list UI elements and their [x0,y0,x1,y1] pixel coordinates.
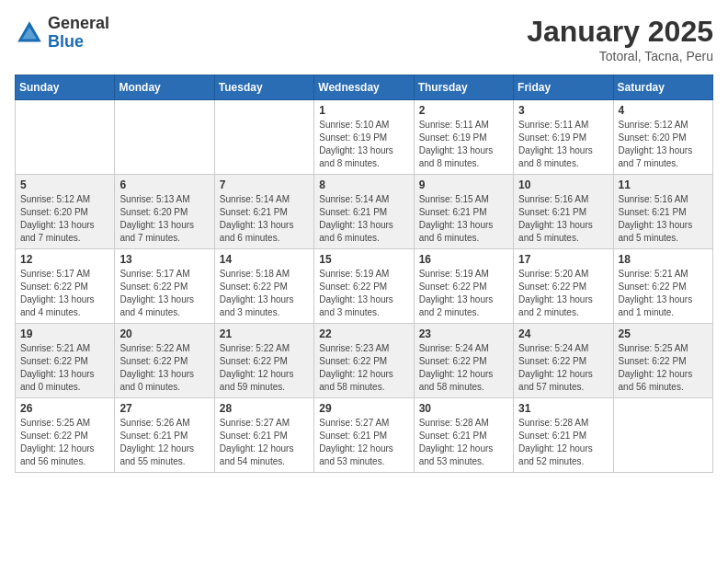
day-info: Sunrise: 5:23 AM Sunset: 6:22 PM Dayligh… [319,342,408,394]
day-info: Sunrise: 5:19 AM Sunset: 6:22 PM Dayligh… [319,268,408,319]
day-info: Sunrise: 5:19 AM Sunset: 6:22 PM Dayligh… [419,268,508,319]
day-of-week-header: Friday [514,75,613,100]
day-info: Sunrise: 5:11 AM Sunset: 6:19 PM Dayligh… [419,119,508,170]
calendar-day-cell [613,398,712,473]
calendar-week-row: 1Sunrise: 5:10 AM Sunset: 6:19 PM Daylig… [16,100,713,175]
calendar-day-cell: 11Sunrise: 5:16 AM Sunset: 6:21 PM Dayli… [613,175,712,249]
calendar-day-cell: 15Sunrise: 5:19 AM Sunset: 6:22 PM Dayli… [314,249,414,324]
calendar-day-cell: 22Sunrise: 5:23 AM Sunset: 6:22 PM Dayli… [314,324,414,398]
calendar-day-cell: 27Sunrise: 5:26 AM Sunset: 6:21 PM Dayli… [115,398,214,473]
day-number: 26 [20,402,109,415]
day-info: Sunrise: 5:27 AM Sunset: 6:21 PM Dayligh… [220,417,309,468]
calendar-day-cell: 19Sunrise: 5:21 AM Sunset: 6:22 PM Dayli… [16,324,115,398]
day-number: 12 [20,253,109,266]
calendar-week-row: 26Sunrise: 5:25 AM Sunset: 6:22 PM Dayli… [16,398,713,473]
calendar-day-cell: 20Sunrise: 5:22 AM Sunset: 6:22 PM Dayli… [115,324,214,398]
calendar-day-cell: 21Sunrise: 5:22 AM Sunset: 6:22 PM Dayli… [214,324,313,398]
calendar-day-cell: 13Sunrise: 5:17 AM Sunset: 6:22 PM Dayli… [115,249,214,324]
logo: General Blue [15,15,109,52]
day-info: Sunrise: 5:12 AM Sunset: 6:20 PM Dayligh… [20,193,109,245]
day-number: 6 [119,178,209,191]
day-info: Sunrise: 5:22 AM Sunset: 6:22 PM Dayligh… [220,342,309,394]
day-number: 13 [119,253,209,266]
calendar-day-cell: 6Sunrise: 5:13 AM Sunset: 6:20 PM Daylig… [115,175,214,249]
calendar-day-cell: 12Sunrise: 5:17 AM Sunset: 6:22 PM Dayli… [16,249,115,324]
calendar-header: SundayMondayTuesdayWednesdayThursdayFrid… [16,75,713,100]
logo-general-text: General [48,15,109,33]
calendar-day-cell: 25Sunrise: 5:25 AM Sunset: 6:22 PM Dayli… [613,324,712,398]
calendar-location: Totoral, Tacna, Peru [527,49,713,63]
day-info: Sunrise: 5:17 AM Sunset: 6:22 PM Dayligh… [20,268,109,319]
day-number: 10 [518,178,608,191]
day-info: Sunrise: 5:14 AM Sunset: 6:21 PM Dayligh… [319,193,408,245]
calendar-day-cell: 17Sunrise: 5:20 AM Sunset: 6:22 PM Dayli… [514,249,613,324]
day-info: Sunrise: 5:27 AM Sunset: 6:21 PM Dayligh… [319,417,408,468]
logo-blue-text: Blue [48,33,109,52]
day-info: Sunrise: 5:24 AM Sunset: 6:22 PM Dayligh… [419,342,508,394]
calendar-day-cell: 3Sunrise: 5:11 AM Sunset: 6:19 PM Daylig… [514,100,613,175]
day-number: 16 [419,253,508,266]
day-number: 3 [518,104,608,117]
day-info: Sunrise: 5:16 AM Sunset: 6:21 PM Dayligh… [518,193,608,245]
day-info: Sunrise: 5:10 AM Sunset: 6:19 PM Dayligh… [319,119,408,170]
day-info: Sunrise: 5:12 AM Sunset: 6:20 PM Dayligh… [619,119,708,170]
day-info: Sunrise: 5:25 AM Sunset: 6:22 PM Dayligh… [20,417,109,468]
calendar-body: 1Sunrise: 5:10 AM Sunset: 6:19 PM Daylig… [16,100,713,473]
calendar-day-cell [115,100,214,175]
day-number: 23 [419,327,508,340]
calendar-day-cell: 18Sunrise: 5:21 AM Sunset: 6:22 PM Dayli… [613,249,712,324]
title-block: January 2025 Totoral, Tacna, Peru [527,15,713,63]
day-number: 30 [419,402,508,415]
day-number: 29 [319,402,408,415]
day-info: Sunrise: 5:21 AM Sunset: 6:22 PM Dayligh… [619,268,708,319]
calendar-day-cell: 7Sunrise: 5:14 AM Sunset: 6:21 PM Daylig… [214,175,313,249]
calendar-week-row: 12Sunrise: 5:17 AM Sunset: 6:22 PM Dayli… [16,249,713,324]
day-of-week-header: Thursday [414,75,513,100]
calendar-day-cell: 8Sunrise: 5:14 AM Sunset: 6:21 PM Daylig… [314,175,414,249]
day-number: 2 [419,104,508,117]
calendar-week-row: 19Sunrise: 5:21 AM Sunset: 6:22 PM Dayli… [16,324,713,398]
day-number: 17 [518,253,608,266]
calendar-day-cell: 28Sunrise: 5:27 AM Sunset: 6:21 PM Dayli… [214,398,313,473]
calendar-table: SundayMondayTuesdayWednesdayThursdayFrid… [15,75,713,473]
calendar-day-cell: 5Sunrise: 5:12 AM Sunset: 6:20 PM Daylig… [16,175,115,249]
calendar-day-cell: 2Sunrise: 5:11 AM Sunset: 6:19 PM Daylig… [414,100,513,175]
day-info: Sunrise: 5:26 AM Sunset: 6:21 PM Dayligh… [119,417,209,468]
calendar-week-row: 5Sunrise: 5:12 AM Sunset: 6:20 PM Daylig… [16,175,713,249]
day-number: 24 [518,327,608,340]
calendar-day-cell: 4Sunrise: 5:12 AM Sunset: 6:20 PM Daylig… [613,100,712,175]
calendar-day-cell: 30Sunrise: 5:28 AM Sunset: 6:21 PM Dayli… [414,398,513,473]
calendar-day-cell: 31Sunrise: 5:28 AM Sunset: 6:21 PM Dayli… [514,398,613,473]
day-info: Sunrise: 5:17 AM Sunset: 6:22 PM Dayligh… [119,268,209,319]
day-info: Sunrise: 5:16 AM Sunset: 6:21 PM Dayligh… [619,193,708,245]
day-number: 1 [319,104,408,117]
day-number: 14 [220,253,309,266]
day-number: 11 [619,178,708,191]
day-info: Sunrise: 5:28 AM Sunset: 6:21 PM Dayligh… [518,417,608,468]
day-of-week-header: Tuesday [214,75,313,100]
day-number: 8 [319,178,408,191]
calendar-day-cell: 26Sunrise: 5:25 AM Sunset: 6:22 PM Dayli… [16,398,115,473]
calendar-day-cell [214,100,313,175]
day-number: 28 [220,402,309,415]
day-number: 21 [220,327,309,340]
day-number: 19 [20,327,109,340]
day-of-week-header: Wednesday [314,75,414,100]
day-info: Sunrise: 5:15 AM Sunset: 6:21 PM Dayligh… [419,193,508,245]
calendar-day-cell: 29Sunrise: 5:27 AM Sunset: 6:21 PM Dayli… [314,398,414,473]
day-info: Sunrise: 5:18 AM Sunset: 6:22 PM Dayligh… [220,268,309,319]
calendar-day-cell: 23Sunrise: 5:24 AM Sunset: 6:22 PM Dayli… [414,324,513,398]
day-number: 7 [220,178,309,191]
days-of-week-row: SundayMondayTuesdayWednesdayThursdayFrid… [16,75,713,100]
calendar-day-cell: 1Sunrise: 5:10 AM Sunset: 6:19 PM Daylig… [314,100,414,175]
day-info: Sunrise: 5:21 AM Sunset: 6:22 PM Dayligh… [20,342,109,394]
day-info: Sunrise: 5:14 AM Sunset: 6:21 PM Dayligh… [220,193,309,245]
day-of-week-header: Monday [115,75,214,100]
day-info: Sunrise: 5:11 AM Sunset: 6:19 PM Dayligh… [518,119,608,170]
day-info: Sunrise: 5:24 AM Sunset: 6:22 PM Dayligh… [518,342,608,394]
day-number: 31 [518,402,608,415]
calendar-day-cell: 14Sunrise: 5:18 AM Sunset: 6:22 PM Dayli… [214,249,313,324]
day-info: Sunrise: 5:22 AM Sunset: 6:22 PM Dayligh… [119,342,209,394]
day-number: 4 [619,104,708,117]
day-of-week-header: Sunday [16,75,115,100]
